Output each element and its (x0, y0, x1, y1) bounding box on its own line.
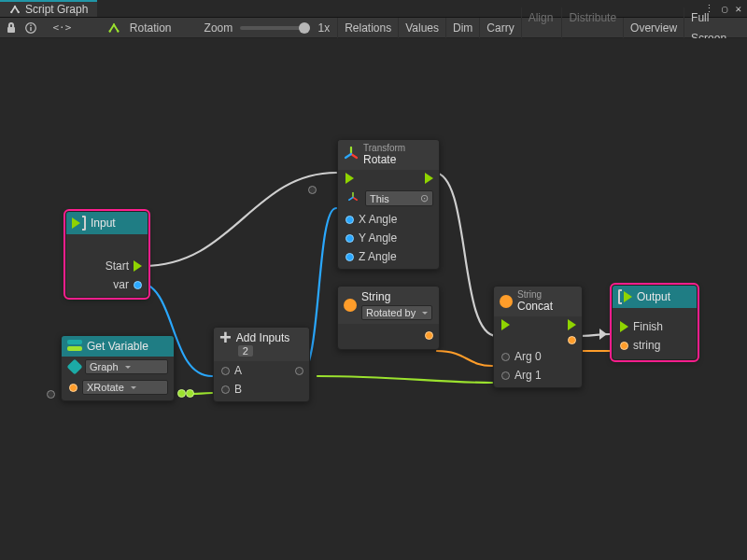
node-title: Add Inputs (236, 331, 289, 344)
data-in-port[interactable] (221, 385, 230, 394)
flow-in-port[interactable] (345, 173, 354, 184)
svg-rect-6 (31, 24, 32, 25)
flow-out-port[interactable] (568, 319, 576, 330)
node-string[interactable]: String Rotated by (337, 286, 440, 350)
node-header[interactable]: String Concat (494, 287, 582, 316)
node-title: Input (91, 217, 116, 230)
port-label: X Angle (359, 213, 397, 226)
variable-select[interactable]: XRotate (82, 380, 168, 395)
open-port[interactable] (308, 186, 317, 194)
node-kicker: Transform (363, 144, 405, 153)
data-out-port[interactable] (186, 389, 194, 398)
data-out-port[interactable] (134, 281, 142, 289)
target-select[interactable]: This (365, 190, 433, 206)
data-in-port[interactable] (221, 367, 230, 375)
node-kicker: String (517, 290, 553, 300)
flow-arrowhead (599, 329, 607, 340)
zoom-label: Zoom (201, 21, 237, 35)
relations-button[interactable]: Relations (337, 18, 398, 38)
info-icon[interactable] (23, 20, 39, 36)
overview-button[interactable]: Overview (623, 18, 684, 38)
string-icon (344, 299, 357, 312)
carry-button[interactable]: Carry (479, 18, 520, 38)
svg-rect-5 (31, 27, 32, 31)
data-out-port[interactable] (568, 336, 576, 344)
variable-icon (67, 340, 82, 353)
port-label: Finish (633, 320, 663, 333)
rotate-icon (344, 147, 359, 164)
node-title: Output (637, 290, 670, 303)
port-label: string (633, 339, 660, 352)
data-out-port[interactable] (295, 367, 303, 375)
values-button[interactable]: Values (398, 18, 445, 38)
data-in-port[interactable] (345, 216, 354, 224)
plus-icon: + (219, 331, 232, 344)
input-icon (72, 216, 86, 231)
port-label: Arg 0 (514, 350, 542, 363)
data-in-port[interactable] (69, 384, 78, 392)
rotate-icon (347, 192, 358, 204)
zoom-slider[interactable] (240, 26, 310, 30)
node-string-concat[interactable]: String Concat Arg 0 Arg 1 (493, 286, 583, 388)
node-header[interactable]: String Rotated by (338, 287, 439, 324)
node-header[interactable]: Output (613, 286, 697, 308)
data-in-port[interactable] (345, 234, 354, 243)
port-label: var (113, 278, 129, 291)
node-get-variable[interactable]: Get Variable Graph XRotate (61, 335, 175, 401)
node-header[interactable]: Get Variable (62, 336, 174, 357)
node-title: Rotate (363, 153, 396, 166)
open-port[interactable] (47, 390, 55, 399)
port-label: A (234, 364, 242, 377)
scope-icon (67, 359, 83, 375)
port-label: Start (106, 259, 129, 273)
node-header[interactable]: Transform Rotate (338, 140, 439, 170)
node-add-inputs[interactable]: + Add Inputs 2 A B (213, 327, 310, 402)
code-icon[interactable]: <·> (53, 20, 70, 36)
port-label: Arg 1 (514, 369, 542, 382)
dim-button[interactable]: Dim (445, 18, 479, 38)
port-label: Z Angle (359, 250, 397, 263)
tab-script-graph[interactable]: Script Graph (0, 0, 97, 17)
port-label: B (234, 383, 242, 396)
node-title: Concat (517, 300, 553, 313)
node-transform-rotate[interactable]: Transform Rotate This X Angle Y Angle Z … (337, 139, 440, 270)
data-out-port[interactable] (425, 331, 433, 340)
toolbar: <·> Rotation Zoom 1x Relations Values Di… (0, 18, 747, 38)
input-count: 2 (238, 345, 253, 357)
data-in-port[interactable] (345, 253, 354, 261)
port-label: Y Angle (359, 231, 397, 245)
svg-rect-3 (7, 27, 15, 33)
scope-select[interactable]: Graph (85, 359, 168, 374)
output-icon (618, 289, 632, 304)
node-header[interactable]: + Add Inputs 2 (214, 328, 309, 361)
tab-title: Script Graph (25, 3, 88, 16)
node-title: String (361, 290, 390, 303)
data-in-port[interactable] (501, 353, 510, 361)
zoom-value: 1x (314, 21, 333, 35)
node-header[interactable]: Input (66, 212, 148, 234)
data-in-port[interactable] (501, 371, 510, 380)
flow-in-port[interactable] (501, 319, 510, 330)
node-input[interactable]: Input Start var (65, 211, 148, 298)
lock-icon[interactable] (4, 20, 20, 36)
graph-canvas[interactable]: Input Start var Get Variable Graph XRota… (0, 38, 747, 560)
flow-out-port[interactable] (134, 260, 142, 272)
graph-icon (9, 4, 21, 15)
string-value[interactable]: Rotated by (361, 305, 432, 320)
node-output[interactable]: Output Finish string (612, 285, 698, 360)
string-icon (500, 295, 513, 308)
data-in-port[interactable] (620, 342, 628, 350)
flow-in-port[interactable] (620, 321, 628, 332)
graph-mode-icon[interactable] (106, 20, 122, 36)
node-title: Get Variable (87, 340, 148, 353)
flow-out-port[interactable] (425, 173, 433, 184)
data-out-port[interactable] (177, 389, 186, 398)
mode-label[interactable]: Rotation (126, 21, 176, 35)
